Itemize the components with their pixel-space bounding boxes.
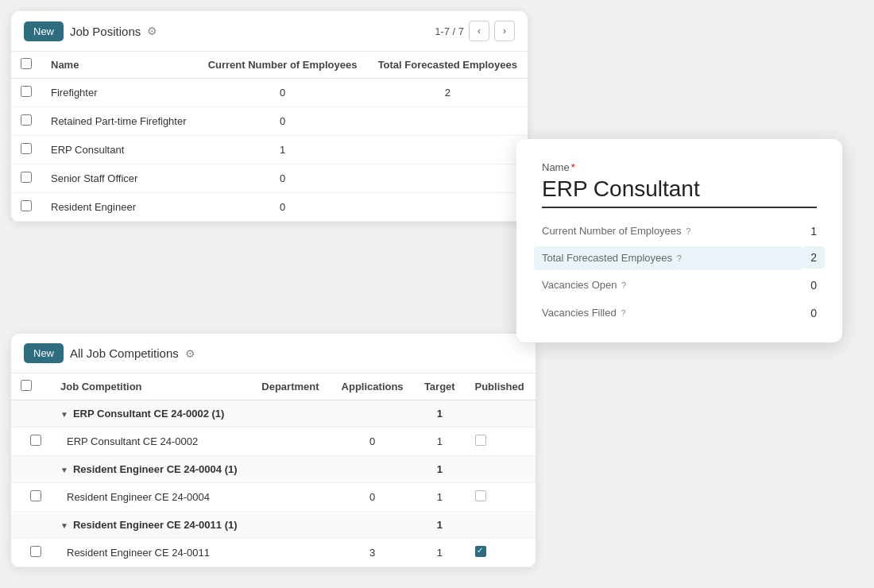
row-current: 0	[198, 164, 368, 193]
row-name[interactable]: Senior Staff Officer	[41, 164, 198, 193]
job-positions-title: Job Positions	[70, 25, 141, 38]
row-name[interactable]: ERP Consultant	[41, 136, 198, 164]
row-applications: 3	[331, 539, 414, 567]
help-icon[interactable]: ?	[621, 280, 626, 290]
col-applications: Applications	[331, 373, 414, 400]
group-row: ▼ERP Consultant CE 24-0002 (1) 1	[11, 400, 536, 427]
job-competitions-title: All Job Competitions	[70, 346, 179, 360]
pagination: 1-7 / 7 ‹ ›	[435, 21, 515, 41]
col-current-employees: Current Number of Employees	[198, 52, 368, 79]
row-checkbox[interactable]	[21, 114, 32, 126]
row-applications: 0	[331, 483, 414, 512]
name-value: ERP Consultant	[542, 176, 817, 208]
competitions-gear-icon[interactable]: ⚙	[185, 347, 195, 360]
table-header-row: Name Current Number of Employees Total F…	[11, 52, 528, 79]
row-current: 0	[198, 107, 368, 136]
row-forecasted	[368, 164, 528, 193]
group-label[interactable]: ▼Resident Engineer CE 24-0011 (1)	[51, 512, 252, 539]
group-label[interactable]: ▼ERP Consultant CE 24-0002 (1)	[51, 400, 252, 427]
row-name[interactable]: Retained Part-time Firefighter	[41, 107, 198, 136]
published-checkbox-unchecked[interactable]	[475, 490, 486, 501]
new-job-position-button[interactable]: New	[24, 21, 64, 41]
row-target: 1	[414, 427, 465, 456]
help-icon[interactable]: ?	[621, 308, 625, 318]
table-row: Retained Part-time Firefighter 0	[11, 107, 528, 136]
row-department	[252, 427, 331, 456]
detail-field-label-0: Current Number of Employees ?	[542, 224, 795, 238]
row-current: 0	[198, 193, 368, 222]
row-name[interactable]: Resident Engineer	[41, 193, 198, 222]
prev-page-button[interactable]: ‹	[469, 21, 489, 41]
row-published[interactable]	[466, 539, 536, 567]
row-published[interactable]	[466, 427, 536, 456]
detail-field-value-1: 2	[802, 246, 825, 269]
job-positions-table: Name Current Number of Employees Total F…	[11, 52, 528, 222]
row-checkbox[interactable]	[21, 200, 32, 211]
job-competitions-panel: New All Job Competitions ⚙ Job Competiti…	[11, 334, 536, 567]
row-forecasted	[368, 136, 528, 164]
row-checkbox[interactable]	[21, 86, 32, 97]
table-row: ERP Consultant CE 24-0002 0 1	[11, 427, 536, 456]
table-row: Senior Staff Officer 0	[11, 164, 528, 193]
row-department	[252, 483, 331, 512]
row-current: 0	[198, 79, 368, 107]
select-all-competitions-checkbox[interactable]	[21, 380, 32, 391]
detail-fields-grid: Current Number of Employees ?1Total Fore…	[542, 224, 817, 320]
table-row: ERP Consultant 1	[11, 136, 528, 164]
job-positions-panel: New Job Positions ⚙ 1-7 / 7 ‹ › Name Cur…	[11, 11, 528, 222]
row-published[interactable]	[466, 483, 536, 512]
select-all-checkbox[interactable]	[21, 58, 32, 69]
row-department	[252, 539, 331, 567]
table-row: Resident Engineer CE 24-0011 3 1	[11, 539, 536, 567]
header-left: New Job Positions ⚙	[24, 21, 157, 41]
name-field-label: Name*	[542, 161, 817, 173]
table-row: Resident Engineer 0	[11, 193, 528, 222]
published-checkbox-checked[interactable]	[475, 546, 486, 557]
row-checkbox[interactable]	[21, 143, 32, 154]
detail-field-label-1: Total Forecasted Employees ?	[534, 246, 802, 270]
row-name[interactable]: Resident Engineer CE 24-0004	[51, 483, 252, 512]
row-checkbox[interactable]	[30, 546, 41, 557]
col-forecasted-employees: Total Forecasted Employees	[368, 52, 528, 79]
col-target: Target	[414, 373, 465, 400]
row-applications: 0	[331, 427, 414, 456]
job-competitions-header: New All Job Competitions ⚙	[11, 334, 536, 373]
row-name[interactable]: ERP Consultant CE 24-0002	[51, 427, 252, 456]
published-checkbox-unchecked[interactable]	[475, 435, 486, 446]
gear-icon[interactable]: ⚙	[147, 25, 157, 37]
job-positions-header: New Job Positions ⚙ 1-7 / 7 ‹ ›	[11, 11, 528, 52]
detail-popup: Name* ERP Consultant Current Number of E…	[516, 139, 842, 342]
help-icon[interactable]: ?	[686, 226, 690, 236]
pagination-text: 1-7 / 7	[435, 25, 464, 37]
group-target: 1	[414, 512, 465, 539]
col-department: Department	[252, 373, 331, 400]
detail-field-label-3: Vacancies Filled ?	[542, 306, 795, 320]
group-label[interactable]: ▼Resident Engineer CE 24-0004 (1)	[51, 456, 252, 483]
new-job-competition-button[interactable]: New	[24, 343, 64, 363]
row-checkbox[interactable]	[21, 172, 32, 183]
row-forecasted: 2	[368, 79, 528, 107]
group-target: 1	[414, 400, 465, 427]
row-current: 1	[198, 136, 368, 164]
row-forecasted	[368, 193, 528, 222]
table-row: Resident Engineer CE 24-0004 0 1	[11, 483, 536, 512]
group-row: ▼Resident Engineer CE 24-0004 (1) 1	[11, 456, 536, 483]
col-published: Published	[466, 373, 536, 400]
detail-field-value-3: 0	[810, 306, 817, 319]
table-row: Firefighter 0 2	[11, 79, 528, 107]
row-target: 1	[414, 539, 465, 567]
row-checkbox[interactable]	[30, 490, 41, 501]
row-name[interactable]: Firefighter	[41, 79, 198, 107]
competitions-header-row: Job Competition Department Applications …	[11, 373, 536, 400]
row-checkbox[interactable]	[30, 435, 41, 446]
detail-field-label-2: Vacancies Open ?	[542, 278, 795, 292]
row-name[interactable]: Resident Engineer CE 24-0011	[51, 539, 252, 567]
required-marker: *	[571, 161, 575, 173]
detail-field-value-2: 0	[810, 278, 817, 292]
help-icon[interactable]: ?	[677, 253, 682, 263]
group-target: 1	[414, 456, 465, 483]
row-forecasted	[368, 107, 528, 136]
col-name: Name	[41, 52, 198, 79]
group-row: ▼Resident Engineer CE 24-0011 (1) 1	[11, 512, 536, 539]
next-page-button[interactable]: ›	[494, 21, 515, 41]
